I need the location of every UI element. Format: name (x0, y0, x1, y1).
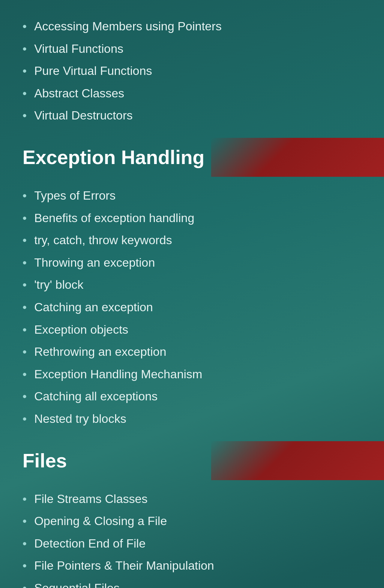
list-item-text: Benefits of exception handling (34, 210, 194, 226)
list-item-text: Catching all exceptions (34, 389, 158, 404)
page-content: Accessing Members using PointersVirtual … (0, 0, 384, 588)
list-item-text: Virtual Destructors (34, 108, 133, 124)
list-item: Types of Errors (22, 188, 362, 204)
list-item-text: Abstract Classes (34, 86, 124, 101)
list-item: Pure Virtual Functions (22, 63, 362, 79)
list-item-text: Exception objects (34, 322, 128, 338)
list-files: File Streams ClassesOpening & Closing a … (0, 484, 384, 588)
section-header-files: Files (0, 441, 384, 480)
list-item: Benefits of exception handling (22, 210, 362, 226)
list-item-text: Virtual Functions (34, 41, 123, 57)
list-item: File Streams Classes (22, 491, 362, 507)
list-item-text: try, catch, throw keywords (34, 233, 172, 248)
list-item: Abstract Classes (22, 86, 362, 101)
list-item: Exception objects (22, 322, 362, 338)
list-item-text: Rethrowing an exception (34, 344, 166, 360)
list-item-text: Catching an exception (34, 300, 153, 315)
list-item: Virtual Functions (22, 41, 362, 57)
list-item: Opening & Closing a File (22, 513, 362, 529)
list-item-text: File Streams Classes (34, 491, 147, 507)
list-item-text: Detection End of File (34, 536, 146, 552)
list-item-text: File Pointers & Their Manipulation (34, 558, 214, 574)
list-item: 'try' block (22, 277, 362, 293)
list-item-text: Sequential Files (34, 581, 120, 588)
list-item-text: Types of Errors (34, 188, 116, 204)
list-item-text: Accessing Members using Pointers (34, 19, 222, 34)
list-item: Rethrowing an exception (22, 344, 362, 360)
list-item: Catching all exceptions (22, 389, 362, 404)
list-item-text: Opening & Closing a File (34, 513, 167, 529)
list-item: Throwing an exception (22, 255, 362, 271)
list-item: Accessing Members using Pointers (22, 19, 362, 34)
list-item-text: Nested try blocks (34, 411, 126, 427)
list-item-text: Exception Handling Mechanism (34, 367, 202, 382)
list-item: Exception Handling Mechanism (22, 367, 362, 382)
list-item: try, catch, throw keywords (22, 233, 362, 248)
list-item: Virtual Destructors (22, 108, 362, 124)
list-item: File Pointers & Their Manipulation (22, 558, 362, 574)
list-item: Detection End of File (22, 536, 362, 552)
section-title-files: Files (22, 449, 362, 472)
list-item-text: Pure Virtual Functions (34, 63, 152, 79)
list-exception-handling: Types of ErrorsBenefits of exception han… (0, 181, 384, 441)
section-header-exception-handling: Exception Handling (0, 138, 384, 177)
list-item-text: 'try' block (34, 277, 83, 293)
section-title-exception-handling: Exception Handling (22, 146, 362, 169)
list-item: Nested try blocks (22, 411, 362, 427)
list-item: Catching an exception (22, 300, 362, 315)
list-intro: Accessing Members using PointersVirtual … (0, 7, 384, 138)
list-item: Sequential Files (22, 581, 362, 588)
list-item-text: Throwing an exception (34, 255, 155, 271)
